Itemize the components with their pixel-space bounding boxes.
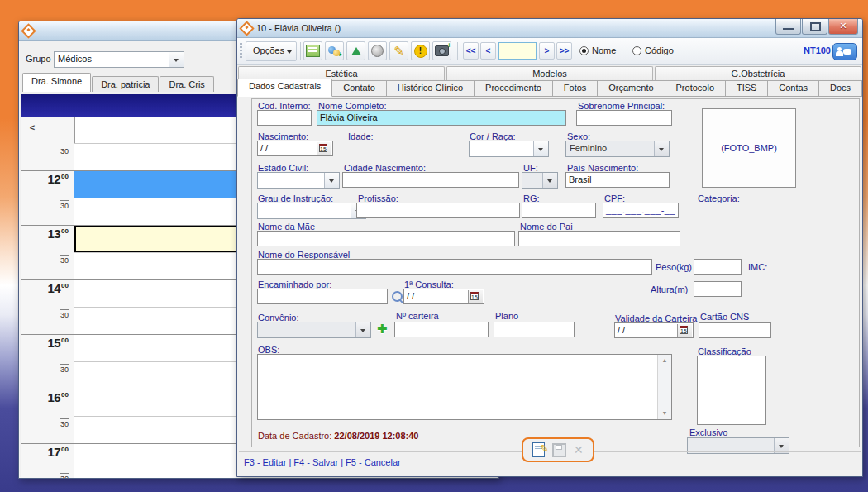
tab-historico-clinico[interactable]: Histórico Clínico: [387, 80, 475, 97]
search-icon[interactable]: [392, 291, 403, 302]
exclusivo-label: Exclusivo: [689, 428, 727, 437]
chevron-down-icon: [542, 173, 557, 188]
toolbar: Opções + ✎ ! << < > >> Nome Código NT100: [237, 38, 862, 65]
dados-cadastrais-panel: Cod. Interno: Nome Completo: Flávia Oliv…: [237, 97, 862, 476]
recycle-button[interactable]: [368, 41, 387, 60]
options-menu-button[interactable]: Opções: [246, 41, 297, 61]
tab-procedimento[interactable]: Procedimento: [475, 80, 553, 97]
altura-input[interactable]: [694, 281, 742, 297]
add-convenio-icon[interactable]: ✚: [377, 322, 388, 337]
data-cadastro-text: Data de Cadastro: 22/08/2019 12:08:40: [258, 431, 419, 441]
add-photo-button[interactable]: [432, 41, 451, 60]
grau-instrucao-select[interactable]: [257, 203, 366, 219]
nome-pai-input[interactable]: [518, 231, 680, 246]
expand-button[interactable]: [346, 41, 365, 60]
primeira-consulta-input[interactable]: / /: [403, 289, 484, 304]
jar-icon: [371, 45, 384, 57]
edit-pencil-button[interactable]: ✎: [389, 41, 408, 60]
top-tab-modelos[interactable]: Modelos: [446, 66, 653, 80]
calendar-icon[interactable]: [317, 142, 331, 155]
nav-next-button[interactable]: >: [539, 42, 555, 60]
add-paint-button[interactable]: +: [325, 41, 344, 60]
patient-window-titlebar[interactable]: 10 - Flávia Oliveira (): [237, 19, 862, 38]
nascimento-input[interactable]: / /: [257, 141, 333, 156]
nav-prev-button[interactable]: <: [480, 42, 496, 60]
cpf-input[interactable]: ___.___.___-__: [603, 203, 679, 218]
responsavel-input[interactable]: [257, 259, 652, 275]
data-cadastro-label: Data de Cadastro:: [258, 431, 331, 441]
tab-docs[interactable]: Docs: [819, 80, 862, 97]
nav-last-button[interactable]: >>: [556, 42, 572, 60]
nome-completo-input[interactable]: Flávia Oliveira: [317, 110, 566, 126]
radio-selected-icon: [579, 46, 589, 55]
rg-input[interactable]: [522, 203, 596, 218]
uf-select[interactable]: [522, 172, 558, 189]
num-carteira-label: Nº carteira: [396, 311, 439, 321]
alert-button[interactable]: !: [411, 41, 430, 60]
convenio-select[interactable]: [257, 322, 371, 338]
pais-nascimento-input[interactable]: Brasil: [565, 172, 670, 188]
cidade-nascimento-input[interactable]: [342, 172, 519, 188]
tab-protocolo[interactable]: Protocolo: [665, 80, 726, 97]
nome-mae-input[interactable]: [257, 231, 515, 246]
cor-raca-select[interactable]: [469, 141, 549, 157]
categoria-label: Categoria:: [698, 193, 740, 203]
estado-civil-select[interactable]: [257, 172, 340, 189]
record-search-input[interactable]: [498, 42, 537, 60]
imc-label: IMC:: [748, 262, 767, 272]
chat-contact-button[interactable]: [832, 43, 857, 60]
validade-carteira-input[interactable]: / /: [614, 322, 694, 338]
warning-icon: !: [414, 45, 427, 58]
radio-codigo[interactable]: Código: [632, 45, 674, 55]
scroll-down-icon[interactable]: [659, 408, 670, 419]
tab-contas[interactable]: Contas: [768, 80, 819, 97]
obs-textarea[interactable]: [257, 354, 672, 420]
scroll-up-icon[interactable]: [659, 355, 670, 366]
tab-fotos[interactable]: Fotos: [553, 80, 598, 97]
profissao-input[interactable]: [356, 203, 520, 218]
tab-orcamento[interactable]: Orçamento: [598, 80, 665, 97]
edit-record-icon[interactable]: [532, 442, 545, 457]
function-keys-hint: F3 - Editar | F4 - Salvar | F5 - Cancela…: [244, 457, 401, 467]
time-gutter-cell: 1300: [21, 226, 74, 252]
patient-photo-box[interactable]: (FOTO_BMP): [702, 108, 796, 188]
doctor-tab-dra-simone[interactable]: Dra. Simone: [22, 73, 91, 92]
radio-nome[interactable]: Nome: [579, 45, 616, 55]
cartao-cns-input[interactable]: [699, 322, 771, 338]
nav-first-button[interactable]: <<: [463, 42, 479, 60]
save-record-icon[interactable]: [552, 443, 566, 457]
top-tab-g-obstetricia[interactable]: G.Obstetrícia: [655, 66, 861, 80]
plano-input[interactable]: [494, 322, 575, 337]
minimize-button[interactable]: [775, 19, 801, 35]
doctor-tab-dra-cris[interactable]: Dra. Cris: [160, 76, 213, 92]
maximize-button[interactable]: [802, 19, 827, 35]
classificacao-listbox[interactable]: [697, 356, 766, 425]
sexo-select[interactable]: Feminino: [565, 141, 670, 157]
calendar-icon[interactable]: [468, 290, 483, 303]
cancel-record-icon[interactable]: ✕: [574, 444, 584, 456]
tab-contato[interactable]: Contato: [332, 80, 386, 97]
record-list-button[interactable]: [303, 41, 322, 60]
obs-scrollbar[interactable]: [657, 355, 671, 419]
chevron-down-icon: [355, 322, 370, 337]
num-carteira-input[interactable]: [394, 322, 489, 337]
photo-placeholder: (FOTO_BMP): [721, 143, 777, 153]
consulta-value: / /: [407, 291, 414, 301]
tab-tiss[interactable]: TISS: [726, 80, 768, 97]
tab-dados-cadastrais[interactable]: Dados Cadastrais: [237, 79, 332, 97]
time-gutter-cell: 30: [21, 252, 74, 279]
doctor-tab-dra-patricia[interactable]: Dra. patricia: [92, 76, 159, 92]
encaminhado-input[interactable]: [257, 289, 388, 304]
sobrenome-input[interactable]: [576, 110, 672, 126]
collapse-button[interactable]: <: [26, 120, 39, 135]
group-select[interactable]: Médicos: [54, 51, 184, 68]
calendar-icon[interactable]: [677, 324, 692, 337]
cod-interno-input[interactable]: [257, 110, 312, 126]
version-label: NT100: [804, 45, 831, 55]
time-gutter-cell: 1500: [21, 335, 74, 361]
peso-input[interactable]: [694, 259, 742, 275]
time-gutter-cell: 30: [21, 198, 74, 225]
time-gutter-cell: 1400: [21, 280, 74, 307]
record-action-group: ✕: [522, 437, 594, 462]
close-button[interactable]: [828, 19, 858, 35]
